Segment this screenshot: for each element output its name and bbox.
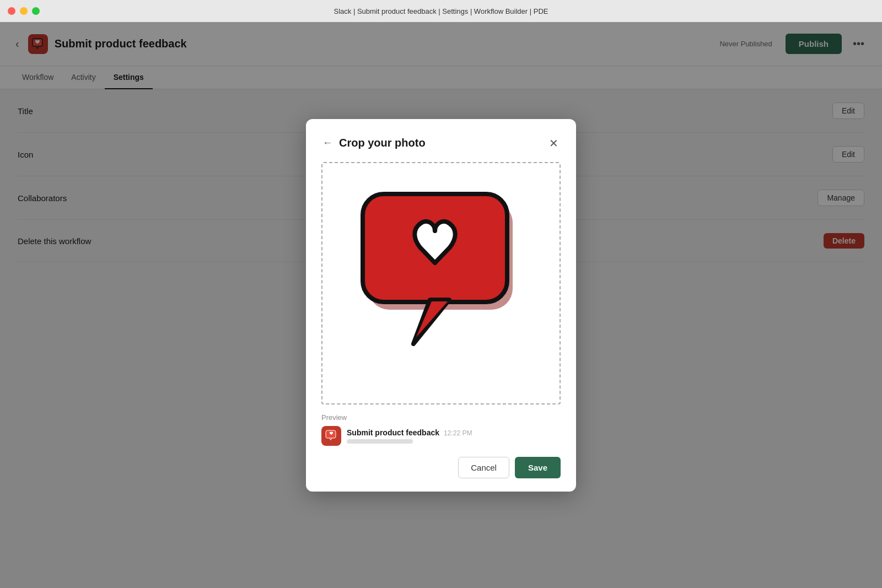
save-button[interactable]: Save — [515, 457, 561, 478]
modal-title: Crop your photo — [339, 137, 541, 149]
crop-image — [347, 179, 535, 388]
preview-name-row: Submit product feedback 12:22 PM — [347, 428, 561, 437]
cancel-button[interactable]: Cancel — [458, 457, 509, 478]
titlebar-controls — [8, 7, 40, 15]
preview-row: Submit product feedback 12:22 PM — [321, 426, 561, 446]
titlebar-title: Slack | Submit product feedback | Settin… — [334, 7, 548, 15]
preview-time: 12:22 PM — [444, 429, 472, 437]
crop-area[interactable] — [321, 162, 561, 404]
crop-photo-modal: ← Crop your photo ✕ — [306, 119, 576, 492]
preview-message-bar — [347, 439, 413, 444]
preview-info: Submit product feedback 12:22 PM — [347, 428, 561, 444]
preview-workflow-name: Submit product feedback — [347, 428, 439, 437]
modal-close-button[interactable]: ✕ — [547, 134, 561, 152]
preview-avatar — [321, 426, 341, 446]
modal-footer: Cancel Save — [321, 457, 561, 478]
modal-header: ← Crop your photo ✕ — [321, 134, 561, 152]
modal-back-button[interactable]: ← — [321, 136, 334, 150]
titlebar: Slack | Submit product feedback | Settin… — [0, 0, 882, 22]
maximize-traffic-light[interactable] — [32, 7, 40, 15]
minimize-traffic-light[interactable] — [20, 7, 28, 15]
close-traffic-light[interactable] — [8, 7, 15, 15]
preview-label: Preview — [321, 413, 561, 422]
modal-overlay: ← Crop your photo ✕ — [0, 22, 882, 588]
